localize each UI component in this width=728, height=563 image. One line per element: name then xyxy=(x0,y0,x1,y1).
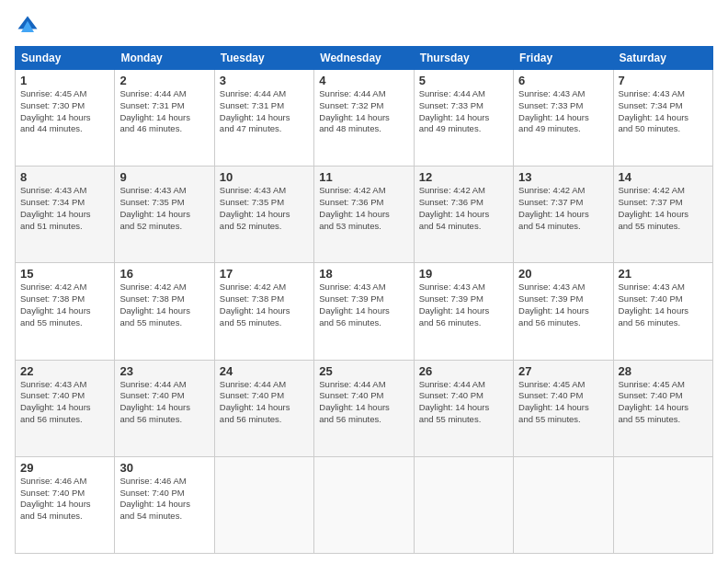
day-cell: 22Sunrise: 4:43 AMSunset: 7:40 PMDayligh… xyxy=(16,360,115,456)
header xyxy=(15,13,713,39)
day-detail: Sunrise: 4:43 AMSunset: 7:34 PMDaylight:… xyxy=(619,88,708,135)
day-cell: 12Sunrise: 4:42 AMSunset: 7:36 PMDayligh… xyxy=(414,167,513,263)
day-number: 22 xyxy=(20,364,109,378)
day-cell: 15Sunrise: 4:42 AMSunset: 7:38 PMDayligh… xyxy=(16,263,115,360)
day-detail: Sunrise: 4:43 AMSunset: 7:39 PMDaylight:… xyxy=(419,282,508,328)
day-number: 11 xyxy=(319,170,408,184)
day-number: 9 xyxy=(119,170,209,184)
day-cell: 7Sunrise: 4:43 AMSunset: 7:34 PMDaylight… xyxy=(613,70,712,167)
day-detail: Sunrise: 4:46 AMSunset: 7:40 PMDaylight:… xyxy=(119,476,209,523)
day-number: 2 xyxy=(119,74,209,87)
day-number: 10 xyxy=(220,170,309,184)
day-cell: 23Sunrise: 4:44 AMSunset: 7:40 PMDayligh… xyxy=(115,360,214,456)
day-cell: 13Sunrise: 4:42 AMSunset: 7:37 PMDayligh… xyxy=(514,167,613,263)
logo-icon xyxy=(15,13,40,39)
day-number: 12 xyxy=(419,170,508,184)
day-cell: 6Sunrise: 4:43 AMSunset: 7:33 PMDaylight… xyxy=(514,70,613,167)
day-detail: Sunrise: 4:44 AMSunset: 7:40 PMDaylight:… xyxy=(220,379,309,426)
day-number: 28 xyxy=(619,364,708,378)
day-cell: 28Sunrise: 4:45 AMSunset: 7:40 PMDayligh… xyxy=(613,360,712,456)
day-number: 3 xyxy=(220,74,309,87)
day-detail: Sunrise: 4:44 AMSunset: 7:31 PMDaylight:… xyxy=(119,88,209,135)
day-cell: 10Sunrise: 4:43 AMSunset: 7:35 PMDayligh… xyxy=(214,167,313,263)
day-number: 16 xyxy=(119,267,209,281)
header-cell-sunday: Sunday xyxy=(16,47,115,70)
day-number: 14 xyxy=(619,170,708,184)
day-detail: Sunrise: 4:42 AMSunset: 7:38 PMDaylight:… xyxy=(20,282,109,328)
week-row-2: 8Sunrise: 4:43 AMSunset: 7:34 PMDaylight… xyxy=(16,167,713,263)
week-row-4: 22Sunrise: 4:43 AMSunset: 7:40 PMDayligh… xyxy=(16,360,713,456)
week-row-5: 29Sunrise: 4:46 AMSunset: 7:40 PMDayligh… xyxy=(16,456,713,553)
calendar-table: SundayMondayTuesdayWednesdayThursdayFrid… xyxy=(15,46,713,554)
week-row-3: 15Sunrise: 4:42 AMSunset: 7:38 PMDayligh… xyxy=(16,263,713,360)
day-cell: 18Sunrise: 4:43 AMSunset: 7:39 PMDayligh… xyxy=(314,263,414,360)
day-cell: 20Sunrise: 4:43 AMSunset: 7:39 PMDayligh… xyxy=(514,263,613,360)
day-number: 20 xyxy=(518,267,608,281)
header-cell-tuesday: Tuesday xyxy=(214,47,313,70)
day-number: 25 xyxy=(319,364,408,378)
day-cell: 25Sunrise: 4:44 AMSunset: 7:40 PMDayligh… xyxy=(314,360,414,456)
day-number: 4 xyxy=(319,74,408,87)
day-detail: Sunrise: 4:45 AMSunset: 7:40 PMDaylight:… xyxy=(518,379,608,426)
day-number: 7 xyxy=(619,74,708,87)
day-number: 8 xyxy=(20,170,109,184)
logo xyxy=(15,13,44,39)
day-cell xyxy=(214,456,313,553)
day-detail: Sunrise: 4:44 AMSunset: 7:31 PMDaylight:… xyxy=(220,88,309,135)
header-cell-friday: Friday xyxy=(514,47,613,70)
day-number: 27 xyxy=(518,364,608,378)
header-cell-saturday: Saturday xyxy=(613,47,712,70)
day-number: 24 xyxy=(220,364,309,378)
day-detail: Sunrise: 4:44 AMSunset: 7:33 PMDaylight:… xyxy=(419,88,508,135)
day-cell: 5Sunrise: 4:44 AMSunset: 7:33 PMDaylight… xyxy=(414,70,513,167)
day-cell: 24Sunrise: 4:44 AMSunset: 7:40 PMDayligh… xyxy=(214,360,313,456)
day-cell: 26Sunrise: 4:44 AMSunset: 7:40 PMDayligh… xyxy=(414,360,513,456)
week-row-1: 1Sunrise: 4:45 AMSunset: 7:30 PMDaylight… xyxy=(16,70,713,167)
day-number: 29 xyxy=(20,461,109,475)
day-number: 18 xyxy=(319,267,408,281)
day-cell: 14Sunrise: 4:42 AMSunset: 7:37 PMDayligh… xyxy=(613,167,712,263)
day-detail: Sunrise: 4:43 AMSunset: 7:39 PMDaylight:… xyxy=(518,282,608,328)
day-number: 13 xyxy=(518,170,608,184)
day-detail: Sunrise: 4:43 AMSunset: 7:35 PMDaylight:… xyxy=(220,185,309,232)
day-cell xyxy=(314,456,414,553)
header-cell-thursday: Thursday xyxy=(414,47,513,70)
day-cell: 19Sunrise: 4:43 AMSunset: 7:39 PMDayligh… xyxy=(414,263,513,360)
day-number: 26 xyxy=(419,364,508,378)
day-number: 15 xyxy=(20,267,109,281)
day-cell: 8Sunrise: 4:43 AMSunset: 7:34 PMDaylight… xyxy=(16,167,115,263)
day-detail: Sunrise: 4:42 AMSunset: 7:36 PMDaylight:… xyxy=(319,185,408,232)
day-detail: Sunrise: 4:42 AMSunset: 7:37 PMDaylight:… xyxy=(619,185,708,232)
day-number: 6 xyxy=(518,74,608,87)
day-detail: Sunrise: 4:44 AMSunset: 7:32 PMDaylight:… xyxy=(319,88,408,135)
header-cell-wednesday: Wednesday xyxy=(314,47,414,70)
day-detail: Sunrise: 4:43 AMSunset: 7:33 PMDaylight:… xyxy=(518,88,608,135)
day-detail: Sunrise: 4:45 AMSunset: 7:30 PMDaylight:… xyxy=(20,88,109,135)
calendar-header: SundayMondayTuesdayWednesdayThursdayFrid… xyxy=(16,47,713,70)
day-cell xyxy=(613,456,712,553)
day-detail: Sunrise: 4:44 AMSunset: 7:40 PMDaylight:… xyxy=(419,379,508,426)
day-number: 21 xyxy=(619,267,708,281)
day-detail: Sunrise: 4:44 AMSunset: 7:40 PMDaylight:… xyxy=(119,379,209,426)
day-detail: Sunrise: 4:43 AMSunset: 7:40 PMDaylight:… xyxy=(619,282,708,328)
day-detail: Sunrise: 4:46 AMSunset: 7:40 PMDaylight:… xyxy=(20,476,109,523)
day-number: 17 xyxy=(220,267,309,281)
day-cell: 9Sunrise: 4:43 AMSunset: 7:35 PMDaylight… xyxy=(115,167,214,263)
day-detail: Sunrise: 4:45 AMSunset: 7:40 PMDaylight:… xyxy=(619,379,708,426)
header-cell-monday: Monday xyxy=(115,47,214,70)
calendar-body: 1Sunrise: 4:45 AMSunset: 7:30 PMDaylight… xyxy=(16,70,713,554)
day-number: 19 xyxy=(419,267,508,281)
day-number: 23 xyxy=(119,364,209,378)
day-cell xyxy=(514,456,613,553)
day-number: 30 xyxy=(119,461,209,475)
day-detail: Sunrise: 4:42 AMSunset: 7:36 PMDaylight:… xyxy=(419,185,508,232)
day-cell: 17Sunrise: 4:42 AMSunset: 7:38 PMDayligh… xyxy=(214,263,313,360)
day-cell: 2Sunrise: 4:44 AMSunset: 7:31 PMDaylight… xyxy=(115,70,214,167)
header-row: SundayMondayTuesdayWednesdayThursdayFrid… xyxy=(16,47,713,70)
day-cell: 4Sunrise: 4:44 AMSunset: 7:32 PMDaylight… xyxy=(314,70,414,167)
day-cell: 3Sunrise: 4:44 AMSunset: 7:31 PMDaylight… xyxy=(214,70,313,167)
day-detail: Sunrise: 4:42 AMSunset: 7:38 PMDaylight:… xyxy=(119,282,209,328)
day-detail: Sunrise: 4:42 AMSunset: 7:37 PMDaylight:… xyxy=(518,185,608,232)
day-detail: Sunrise: 4:42 AMSunset: 7:38 PMDaylight:… xyxy=(220,282,309,328)
day-detail: Sunrise: 4:43 AMSunset: 7:35 PMDaylight:… xyxy=(119,185,209,232)
